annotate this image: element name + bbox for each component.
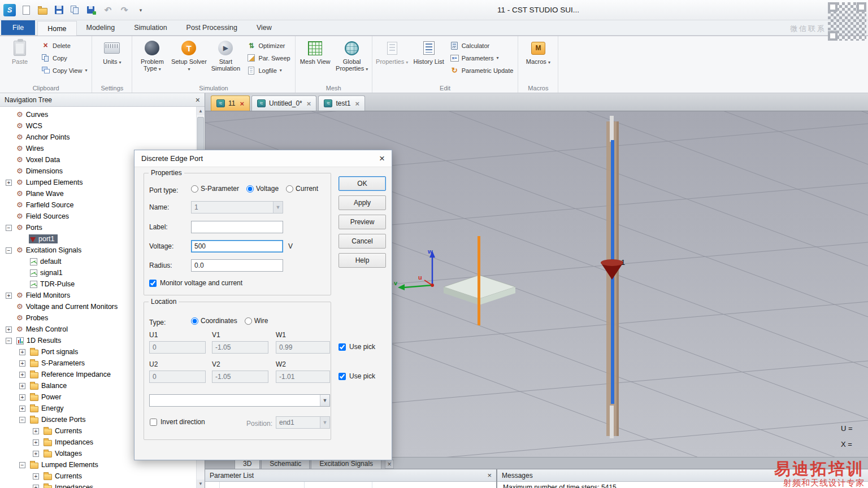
radio-input-voltage[interactable] xyxy=(246,185,254,193)
tree-item-curves[interactable]: ⚙Curves xyxy=(0,109,205,120)
help-button[interactable]: Help xyxy=(338,253,386,268)
apply-button[interactable]: Apply xyxy=(338,195,386,210)
collapse-icon[interactable]: − xyxy=(19,462,25,468)
use-pick-2-checkbox[interactable]: Use pick xyxy=(338,372,375,380)
collapse-icon[interactable]: − xyxy=(6,338,12,344)
discrete-wire[interactable] xyxy=(478,236,480,325)
checkbox-input[interactable] xyxy=(338,373,346,380)
copy-button[interactable]: Copy xyxy=(38,52,90,64)
units-button[interactable]: Units ▾ xyxy=(94,37,130,83)
expand-icon[interactable]: + xyxy=(33,428,39,434)
ribbon-tab-simulation[interactable]: Simulation xyxy=(124,20,176,35)
open-folder-button[interactable] xyxy=(35,3,50,18)
expand-icon[interactable]: + xyxy=(19,360,25,367)
redo-button[interactable]: ↷ xyxy=(117,3,132,18)
radio-wire[interactable]: Wire xyxy=(245,317,268,325)
checkbox-input[interactable] xyxy=(338,343,346,351)
radio-voltage[interactable]: Voltage xyxy=(246,185,279,193)
collapse-icon[interactable]: − xyxy=(19,417,25,423)
collapse-icon[interactable]: − xyxy=(6,225,12,231)
copy-view-button[interactable]: Copy View▾ xyxy=(38,64,90,76)
expand-icon[interactable]: + xyxy=(33,485,39,488)
problem-type-button[interactable]: Problem Type ▾ xyxy=(134,37,170,83)
macros-button[interactable]: MMacros ▾ xyxy=(520,37,556,83)
v1-input[interactable] xyxy=(212,341,268,354)
close-view-tab-icon[interactable]: × xyxy=(385,460,394,469)
save-all-button[interactable] xyxy=(84,3,99,18)
v2-input[interactable] xyxy=(212,371,268,383)
tree-item-lumped-elements[interactable]: −Lumped Elements xyxy=(0,459,205,470)
ribbon-tab-modeling[interactable]: Modeling xyxy=(77,20,125,35)
global-properties-button[interactable]: Global Properties ▾ xyxy=(334,37,370,83)
history-list-button[interactable]: History List xyxy=(411,37,447,83)
expand-icon[interactable]: + xyxy=(6,326,12,333)
expand-icon[interactable]: + xyxy=(33,439,39,446)
delete-button[interactable]: ×Delete xyxy=(38,40,90,51)
use-pick-1-checkbox[interactable]: Use pick xyxy=(338,343,375,351)
close-icon[interactable]: × xyxy=(379,154,385,163)
ribbon-tab-post-processing[interactable]: Post Processing xyxy=(177,20,247,35)
doc-tab-11[interactable]: ≈11× xyxy=(211,95,250,111)
undo-button[interactable]: ↶ xyxy=(101,3,115,18)
expand-icon[interactable]: + xyxy=(6,293,12,299)
u2-input[interactable] xyxy=(149,371,206,383)
ok-button[interactable]: OK xyxy=(338,176,386,191)
radius-input[interactable] xyxy=(191,259,283,272)
doc-tab-untitled-0[interactable]: ≈Untitled_0*× xyxy=(251,95,316,111)
close-icon[interactable]: × xyxy=(487,471,492,480)
scroll-up-icon[interactable]: ▲ xyxy=(197,107,205,115)
position-combo[interactable]: end1 ▼ xyxy=(276,416,330,429)
expand-icon[interactable]: + xyxy=(19,406,25,412)
radio-s-parameter[interactable]: S-Parameter xyxy=(191,185,239,193)
cancel-button[interactable]: Cancel xyxy=(338,234,386,249)
radio-current[interactable]: Current xyxy=(286,185,318,193)
ribbon-tab-home[interactable]: Home xyxy=(37,21,76,36)
checkbox-input[interactable] xyxy=(150,419,157,426)
wire-combo[interactable]: ▼ xyxy=(149,394,330,407)
ribbon-tab-file[interactable]: File xyxy=(1,20,35,35)
logfile-button[interactable]: Logfile▾ xyxy=(244,64,293,76)
mesh-view-button[interactable]: Mesh View xyxy=(297,37,333,83)
invert-direction-checkbox[interactable]: Invert direction xyxy=(150,418,205,426)
setup-solver-button[interactable]: TSetup Solver ▾ xyxy=(171,37,207,83)
save-button[interactable] xyxy=(51,3,66,18)
parameter-table[interactable] xyxy=(205,482,496,488)
expand-icon[interactable]: + xyxy=(33,473,39,480)
name-combo[interactable]: 1 ▼ xyxy=(191,201,283,213)
properties-button[interactable]: Properties ▾ xyxy=(374,37,410,83)
voltage-input[interactable] xyxy=(191,240,283,252)
parametric-update-button[interactable]: ↻Parametric Update xyxy=(448,64,517,76)
close-icon[interactable]: × xyxy=(196,95,200,104)
copy-doc-button[interactable] xyxy=(68,3,83,18)
expand-icon[interactable]: + xyxy=(19,394,25,400)
tree-item-currents[interactable]: +Currents xyxy=(0,470,205,482)
tree-item-impedances[interactable]: +Impedances xyxy=(0,482,205,488)
tree-item-wcs[interactable]: ⚙WCS xyxy=(0,120,205,132)
w1-input[interactable] xyxy=(276,341,330,354)
u1-input[interactable] xyxy=(149,341,206,354)
expand-icon[interactable]: + xyxy=(19,383,25,389)
cst-logo-button[interactable]: S xyxy=(2,3,17,18)
tree-item-anchor-points[interactable]: ⚙Anchor Points xyxy=(0,132,205,143)
close-tab-icon[interactable]: × xyxy=(240,99,244,108)
expand-icon[interactable]: + xyxy=(19,372,25,378)
new-file-button[interactable] xyxy=(19,3,33,18)
monitor-voltage-checkbox[interactable]: Monitor voltage and current xyxy=(149,279,242,287)
par-sweep-button[interactable]: Par. Sweep xyxy=(244,52,293,64)
radio-coordinates[interactable]: Coordinates xyxy=(191,317,237,325)
parameters-button[interactable]: x=Parameters▾ xyxy=(448,52,517,64)
dialog-titlebar[interactable]: Discrete Edge Port × xyxy=(134,150,392,167)
paste-button[interactable]: Paste xyxy=(2,37,38,83)
preview-button[interactable]: Preview xyxy=(338,215,386,229)
radio-input-wire[interactable] xyxy=(245,317,252,325)
toolbar-more-button[interactable]: ▾ xyxy=(133,3,148,18)
expand-icon[interactable]: + xyxy=(19,349,25,355)
close-tab-icon[interactable]: × xyxy=(355,99,359,108)
doc-tab-test1[interactable]: ≈test1× xyxy=(318,95,365,111)
collapse-icon[interactable]: − xyxy=(6,247,12,254)
w2-input[interactable] xyxy=(276,371,330,383)
label-input[interactable] xyxy=(191,221,283,233)
checkbox-input[interactable] xyxy=(149,280,157,287)
radio-input-current[interactable] xyxy=(286,185,293,193)
scroll-down-icon[interactable]: ▼ xyxy=(197,480,205,488)
